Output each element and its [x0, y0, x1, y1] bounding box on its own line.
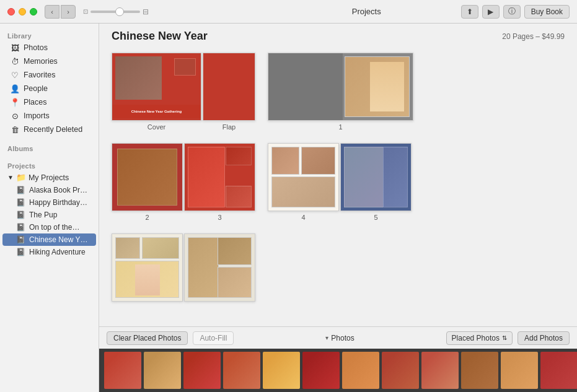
people-label: People [24, 84, 48, 93]
project-ontop[interactable]: 📓 On top of the… [2, 221, 96, 233]
zoom-large-icon: ⊟ [143, 7, 149, 16]
photos-toggle-label: Photos [331, 334, 354, 342]
add-photos-button[interactable]: Add Photos [518, 331, 570, 345]
close-button[interactable] [7, 8, 15, 15]
minimize-button[interactable] [19, 8, 26, 15]
auto-fill-button[interactable]: Auto-Fill [193, 331, 234, 345]
zoom-small-icon: ⊡ [83, 8, 88, 15]
strip-photo-4[interactable] [223, 352, 260, 389]
strip-photo-12[interactable] [540, 352, 577, 389]
strip-photo-7[interactable] [342, 352, 379, 389]
book-icon-chinese: 📓 [16, 235, 25, 244]
sidebar-item-imports[interactable]: ⊙ Imports [2, 109, 96, 123]
traffic-lights [7, 8, 37, 15]
sidebar-item-favorites[interactable]: ♡ Favorites [2, 68, 96, 82]
strip-photo-8[interactable] [382, 352, 419, 389]
page-2-label: 2 [145, 214, 149, 221]
my-projects-folder[interactable]: ▼ 📁 My Projects [0, 171, 99, 184]
cover-page[interactable]: Chinese New Year Gathering [112, 53, 201, 121]
strip-photo-5[interactable] [263, 352, 300, 389]
chinese-label: Chinese New Y… [29, 235, 88, 244]
clear-placed-photos-button[interactable]: Clear Placed Photos [107, 331, 188, 345]
favorites-icon: ♡ [10, 70, 20, 80]
alaska-label: Alaska Book Pr… [29, 186, 87, 194]
slideshow-icon[interactable]: ▶ [482, 5, 500, 19]
window-title: Projects [272, 7, 461, 16]
people-icon: 👤 [10, 84, 20, 94]
project-hiking[interactable]: 📓 Hiking Adventure [2, 246, 96, 258]
photos-label: Photos [24, 43, 48, 52]
trash-icon: 🗑 [10, 124, 20, 134]
book-icon-ontop: 📓 [16, 223, 25, 232]
sidebar-item-memories[interactable]: ⏱ Memories [2, 54, 96, 68]
pages-4-5: 4 5 [268, 143, 412, 221]
folder-icon: 📁 [16, 173, 26, 182]
page-2[interactable] [112, 143, 183, 211]
sidebar-item-places[interactable]: 📍 Places [2, 95, 96, 109]
share-icon[interactable]: ⬆ [461, 5, 478, 19]
buy-book-button[interactable]: Buy Book [524, 5, 570, 19]
cover-flap-spread: Chinese New Year Gathering Cover Flap [112, 53, 255, 131]
flap-page[interactable] [203, 53, 255, 121]
page-7[interactable] [184, 233, 255, 302]
pages-6-7 [112, 233, 255, 302]
page-1[interactable] [268, 53, 413, 121]
photo-strip [99, 349, 577, 392]
projects-section-label: Projects [0, 159, 99, 171]
content-title: Chinese New Year [112, 30, 208, 43]
strip-photo-2[interactable] [144, 352, 181, 389]
page-3[interactable] [184, 143, 255, 211]
imports-icon: ⊙ [10, 111, 20, 121]
strip-photo-3[interactable] [183, 352, 221, 389]
favorites-label: Favorites [24, 71, 55, 79]
project-alaska[interactable]: 📓 Alaska Book Pr… [2, 184, 96, 196]
photos-toggle[interactable]: ▾ Photos [325, 334, 354, 342]
info-icon[interactable]: ⓘ [503, 5, 521, 19]
titlebar-actions: ⬆ ▶ ⓘ Buy Book [461, 5, 570, 19]
sidebar-item-people[interactable]: 👤 People [2, 82, 96, 95]
pages-row-3 [112, 233, 565, 302]
placed-photos-dropdown[interactable]: Placed Photos ⇅ [446, 331, 513, 345]
pages-2-3: 2 3 [112, 143, 255, 221]
pages-6-7-spread [112, 233, 255, 302]
pup-label: The Pup [29, 211, 57, 219]
back-button[interactable]: ‹ [45, 5, 59, 19]
sidebar: Library 🖼 Photos ⏱ Memories ♡ Favorites … [0, 24, 99, 392]
content-header: Chinese New Year 20 Pages – $49.99 [99, 24, 577, 46]
project-chinese-new-year[interactable]: 📓 Chinese New Y… [2, 233, 96, 246]
folder-chevron-icon: ▼ [7, 174, 14, 181]
strip-photo-6[interactable] [302, 352, 340, 389]
memories-label: Memories [24, 57, 58, 66]
forward-button[interactable]: › [61, 5, 76, 19]
cover-label: Cover [148, 123, 165, 131]
page-6[interactable] [112, 233, 183, 302]
strip-photo-10[interactable] [461, 352, 498, 389]
placed-photos-chevron-icon: ⇅ [502, 334, 507, 341]
strip-photo-11[interactable] [501, 352, 538, 389]
project-pup[interactable]: 📓 The Pup [2, 209, 96, 221]
book-pages: Chinese New Year Gathering Cover Flap [99, 46, 577, 326]
strip-photo-9[interactable] [421, 352, 459, 389]
book-icon-birthday: 📓 [16, 198, 25, 207]
places-icon: 📍 [10, 97, 20, 107]
page-4[interactable] [268, 143, 339, 211]
content-area: Chinese New Year 20 Pages – $49.99 [99, 24, 577, 392]
zoom-track [90, 11, 140, 13]
project-birthday[interactable]: 📓 Happy Birthday… [2, 196, 96, 209]
photos-icon: 🖼 [10, 43, 20, 53]
places-label: Places [24, 98, 47, 107]
maximize-button[interactable] [30, 8, 37, 15]
page-1-label: 1 [338, 123, 342, 131]
page-5[interactable] [340, 143, 412, 211]
sidebar-item-photos[interactable]: 🖼 Photos [2, 41, 96, 54]
albums-section-label: Albums [0, 141, 99, 154]
strip-photo-1[interactable] [104, 352, 141, 389]
sidebar-item-recently-deleted[interactable]: 🗑 Recently Deleted [2, 123, 96, 136]
zoom-slider-container: ⊡ ⊟ [83, 7, 272, 16]
content-meta: 20 Pages – $49.99 [502, 32, 565, 41]
book-icon-alaska: 📓 [16, 186, 25, 194]
flap-label: Flap [222, 123, 236, 131]
zoom-thumb[interactable] [115, 7, 124, 16]
placed-photos-label: Placed Photos [452, 334, 500, 342]
main-layout: Library 🖼 Photos ⏱ Memories ♡ Favorites … [0, 24, 577, 392]
